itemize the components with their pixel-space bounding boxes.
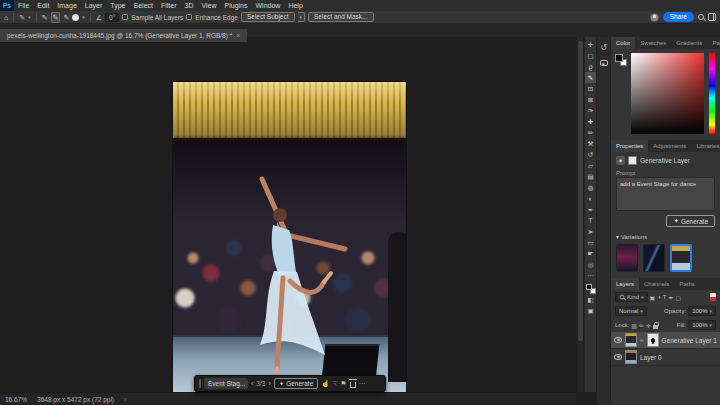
menu-view[interactable]: View	[198, 2, 221, 9]
hand-tool[interactable]: ☛	[585, 248, 597, 259]
tool-preset-icon[interactable]: ✎	[19, 13, 25, 22]
thumbs-up-icon[interactable]: ☝	[321, 380, 330, 388]
taskbar-drag-handle[interactable]	[199, 379, 201, 388]
layer-name[interactable]: Generative Layer 1	[662, 337, 717, 344]
saturation-brightness-field[interactable]	[631, 53, 704, 134]
select-and-mask-button[interactable]: Select and Mask...	[308, 12, 373, 22]
layer-thumbnail[interactable]	[625, 350, 637, 364]
layer-thumbnail[interactable]	[625, 333, 637, 347]
status-chevron-icon[interactable]: ›	[124, 396, 126, 403]
history-brush-tool[interactable]: ↺	[585, 149, 597, 160]
chevron-down-icon[interactable]: ▾	[28, 14, 31, 20]
generate-button[interactable]: ✦ Generate	[274, 378, 319, 389]
user-avatar[interactable]	[650, 13, 659, 22]
shape-tool[interactable]: ▭	[585, 237, 597, 248]
marquee-tool[interactable]: ▢	[585, 50, 597, 61]
tab-color[interactable]: Color	[611, 37, 635, 49]
thumbs-down-icon[interactable]: ☟	[333, 380, 337, 388]
foreground-background-swatches[interactable]	[586, 284, 596, 294]
tab-paths[interactable]: Paths	[674, 278, 699, 290]
type-tool[interactable]: T	[585, 215, 597, 226]
prompt-textarea[interactable]: add a Event Stage for dance	[616, 177, 715, 211]
menu-plugins[interactable]: Plugins	[221, 2, 252, 9]
prompt-preview-field[interactable]: Event Stag...	[204, 378, 248, 389]
menu-window[interactable]: Window	[252, 2, 285, 9]
brush-subtract-icon[interactable]: ✎	[63, 13, 69, 22]
layer-filter-toggle[interactable]	[710, 293, 716, 301]
layer-filter-kind[interactable]: Kind ▾	[615, 292, 648, 302]
eraser-tool[interactable]: ▱	[585, 160, 597, 171]
menu-edit[interactable]: Edit	[33, 2, 53, 9]
document-tab[interactable]: pexels-wellington-cunha-1918445.jpg @ 16…	[0, 29, 247, 42]
tab-adjustments[interactable]: Adjustments	[648, 140, 691, 152]
tab-channels[interactable]: Channels	[639, 278, 674, 290]
tab-swatches[interactable]: Swatches	[635, 37, 671, 49]
brush-tool[interactable]: ✏	[585, 127, 597, 138]
angle-input[interactable]: 0°	[105, 13, 119, 22]
layer-row-layer-0[interactable]: Layer 0	[611, 349, 720, 366]
quick-mask-icon[interactable]: ◧	[585, 294, 597, 305]
tab-gradients[interactable]: Gradients	[671, 37, 707, 49]
blend-mode-select[interactable]: Normal ▾	[615, 306, 647, 316]
generate-button-panel[interactable]: ✦ Generate	[666, 215, 715, 227]
variation-thumbnail-3-selected[interactable]	[670, 244, 692, 272]
filter-adjustment-icon[interactable]: ◑	[657, 294, 661, 300]
select-subject-dropdown[interactable]: ▾	[298, 12, 306, 22]
edit-toolbar-icon[interactable]: ⋯	[585, 270, 597, 281]
generative-fill-taskbar[interactable]: Event Stag... ‹ 3/3 › ✦ Generate ☝ ☟ ⚑ ⋯	[194, 375, 386, 392]
screen-mode-icon[interactable]: ▣	[585, 305, 597, 316]
path-selection-tool[interactable]: ➤	[585, 226, 597, 237]
foreground-color-swatch[interactable]	[586, 284, 592, 290]
home-icon[interactable]: ⌂	[4, 13, 8, 22]
canvas-area[interactable]	[0, 37, 576, 392]
pen-tool[interactable]: ✒	[585, 204, 597, 215]
chevron-down-icon[interactable]: ▾	[616, 233, 619, 240]
lock-position-icon[interactable]: ✛	[646, 322, 651, 329]
menu-select[interactable]: Select	[130, 2, 157, 9]
lock-transparency-icon[interactable]: ▨	[631, 322, 637, 329]
gradient-tool[interactable]: ▤	[585, 171, 597, 182]
tab-layers[interactable]: Layers	[611, 278, 639, 290]
layer-name[interactable]: Layer 0	[640, 354, 662, 361]
dodge-tool[interactable]: ◐	[585, 193, 597, 204]
workspace-switcher-icon[interactable]	[708, 13, 716, 21]
blur-tool[interactable]: ◍	[585, 182, 597, 193]
crop-tool[interactable]: ⊡	[585, 83, 597, 94]
menu-image[interactable]: Image	[53, 2, 80, 9]
visibility-eye-icon[interactable]	[614, 354, 622, 360]
lock-all-icon[interactable]	[653, 325, 658, 329]
brush-new-icon[interactable]: ✎	[42, 13, 48, 22]
color-panel-swatches[interactable]	[615, 54, 627, 66]
delete-icon[interactable]	[350, 382, 356, 388]
tab-libraries[interactable]: Libraries	[691, 140, 720, 152]
comments-panel-icon[interactable]	[600, 60, 608, 66]
lock-pixels-icon[interactable]: ✏	[639, 322, 644, 329]
variation-thumbnail-1[interactable]	[616, 244, 638, 272]
search-icon[interactable]	[698, 14, 704, 20]
filter-shape-icon[interactable]: ✒	[669, 294, 674, 301]
history-panel-icon[interactable]: ↺	[600, 43, 607, 52]
selection-brush-tool[interactable]: ✎	[585, 72, 597, 83]
brush-size-picker[interactable]	[72, 14, 79, 21]
photo-ballet-dancer[interactable]	[173, 82, 406, 405]
brush-add-icon[interactable]: ✎	[51, 12, 61, 23]
opacity-select[interactable]: 100% ▾	[688, 306, 716, 316]
visibility-eye-icon[interactable]	[614, 337, 622, 343]
layer-mask-thumbnail[interactable]	[647, 333, 659, 347]
menu-3d[interactable]: 3D	[181, 2, 198, 9]
hue-slider[interactable]	[709, 53, 715, 134]
previous-variation-icon[interactable]: ‹	[251, 380, 253, 387]
eyedropper-tool[interactable]: ✑	[585, 105, 597, 116]
frame-tool[interactable]: ⊠	[585, 94, 597, 105]
tab-patterns[interactable]: Patterns	[707, 37, 720, 49]
healing-tool[interactable]: ✚	[585, 116, 597, 127]
share-button[interactable]: Share	[663, 12, 694, 22]
tab-properties[interactable]: Properties	[611, 140, 648, 152]
canvas-vertical-scrollbar[interactable]	[576, 37, 583, 392]
filter-type-icon[interactable]: T	[663, 294, 667, 300]
menu-filter[interactable]: Filter	[157, 2, 181, 9]
menu-file[interactable]: File	[14, 2, 33, 9]
menu-type[interactable]: Type	[106, 2, 129, 9]
zoom-level[interactable]: 16.67%	[5, 396, 27, 403]
menu-help[interactable]: Help	[284, 2, 306, 9]
